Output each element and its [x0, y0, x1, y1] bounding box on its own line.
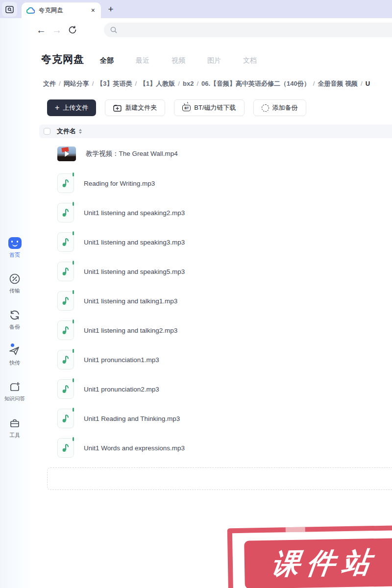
breadcrumb-separator: /	[178, 80, 180, 87]
folder-plus-icon	[113, 104, 122, 112]
audio-file-icon	[57, 320, 74, 340]
tab-all[interactable]: 全部	[100, 56, 114, 65]
audio-file-icon	[57, 232, 74, 252]
breadcrumb-separator: /	[313, 80, 315, 87]
address-search-bar[interactable]	[104, 23, 392, 37]
sidebar-item-label: 工具	[9, 432, 20, 439]
workspace-search-button[interactable]	[2, 2, 17, 17]
tab-close-icon[interactable]: ×	[90, 6, 96, 15]
file-row[interactable]: Unit1 pronunciation2.mp3	[29, 374, 392, 404]
tab-title: 夸克网盘	[39, 6, 86, 15]
file-name: Reading for Writing.mp3	[84, 180, 155, 187]
play-icon	[65, 151, 69, 157]
main-content: 夸克网盘 全部 最近 视频 图片 文档 文件/网站分享/【3】英语类/【1】人教…	[29, 42, 392, 588]
breadcrumb-item[interactable]: 全册音频 视频	[318, 80, 358, 87]
tab-images[interactable]: 图片	[207, 56, 221, 65]
browser-navbar: ← →	[29, 18, 392, 42]
toolbox-icon	[9, 417, 21, 430]
backup-circle-icon	[262, 104, 269, 112]
sidebar-item-label: 传输	[9, 287, 20, 294]
filename-column-header[interactable]: 文件名	[57, 127, 76, 136]
file-row[interactable]: Unit1 Words and expressions.mp3	[29, 433, 392, 463]
file-list: 教学视频：The Great Wall.mp4 Reading for Writ…	[29, 139, 392, 463]
select-all-checkbox[interactable]	[44, 128, 50, 135]
tab-docs[interactable]: 文档	[243, 56, 257, 65]
file-name: Unit1 Words and expressions.mp3	[84, 444, 185, 452]
file-name: Unit1 listening and speaking2.mp3	[84, 209, 185, 217]
paper-plane-icon	[8, 344, 21, 357]
sidebar-item-backup[interactable]: 备份	[0, 309, 29, 331]
breadcrumb-item[interactable]: 06.【音频】高中英语必修二（140份）	[201, 80, 310, 87]
file-name: Unit1 pronunciation1.mp3	[84, 356, 159, 364]
upload-file-label: 上传文件	[63, 103, 88, 112]
breadcrumb-item[interactable]: 【3】英语类	[97, 80, 132, 87]
window-search-icon	[5, 6, 14, 13]
sidebar-item-label: 首页	[9, 251, 20, 259]
sidebar-item-tools[interactable]: 工具	[0, 417, 29, 439]
breadcrumb-item[interactable]: bx2	[183, 80, 194, 87]
knowledge-qa-icon	[9, 381, 21, 393]
new-folder-label: 新建文件夹	[125, 103, 157, 112]
upload-file-button[interactable]: + 上传文件	[47, 99, 96, 116]
quark-cloud-favicon	[26, 7, 35, 14]
sidebar-item-transfer[interactable]: 传输	[0, 272, 29, 294]
backup-sync-icon	[9, 309, 21, 321]
breadcrumb-item[interactable]: 文件	[43, 80, 56, 87]
file-row[interactable]: Reading for Writing.mp3	[29, 169, 392, 198]
tab-recent[interactable]: 最近	[136, 56, 149, 65]
stamp-inner: 课件站	[244, 538, 392, 588]
audio-file-icon	[57, 262, 74, 281]
audio-file-icon	[57, 438, 74, 458]
add-backup-button[interactable]: 添加备份	[253, 99, 306, 116]
new-tab-button[interactable]: +	[104, 2, 118, 16]
file-list-header: 文件名	[39, 124, 392, 138]
stamp-text: 课件站	[264, 543, 380, 584]
file-name: Unit1 pronunciation2.mp3	[84, 386, 159, 393]
drop-zone[interactable]	[47, 467, 392, 490]
audio-file-icon	[57, 379, 74, 399]
file-name: Unit1 listening and talking1.mp3	[84, 297, 177, 305]
bt-download-icon: BT	[182, 105, 191, 111]
file-row[interactable]: Unit1 listening and talking2.mp3	[29, 316, 392, 345]
breadcrumb-separator: /	[59, 80, 61, 87]
file-row[interactable]: Unit1 listening and speaking5.mp3	[29, 257, 392, 286]
file-name: Unit1 Reading and Thinking.mp3	[84, 415, 180, 422]
file-row[interactable]: Unit1 Reading and Thinking.mp3	[29, 404, 392, 433]
sidebar: 首页 传输 备份 快传 知识问答	[0, 18, 29, 588]
audio-file-icon	[57, 291, 74, 311]
back-button[interactable]: ←	[33, 22, 49, 38]
file-name: Unit1 listening and talking2.mp3	[84, 327, 177, 334]
file-name: Unit1 listening and speaking3.mp3	[84, 239, 185, 246]
breadcrumb-item[interactable]: 网站分享	[64, 80, 89, 87]
sidebar-item-label: 快传	[9, 359, 20, 367]
sort-icon[interactable]	[79, 129, 82, 134]
breadcrumb-separator: /	[135, 80, 137, 87]
file-row[interactable]: Unit1 listening and talking1.mp3	[29, 286, 392, 316]
app-logo: 夸克网盘	[41, 52, 84, 66]
breadcrumb-separator: /	[92, 80, 94, 87]
toolbar: + 上传文件 新建文件夹 BT BT/磁力链下载 添加备份	[29, 99, 392, 116]
home-icon	[8, 237, 22, 249]
breadcrumb-item-current[interactable]: U	[366, 80, 370, 87]
sidebar-item-quick-send[interactable]: 快传	[0, 344, 29, 367]
breadcrumb-item[interactable]: 【1】人教版	[140, 80, 175, 87]
file-row[interactable]: Unit1 listening and speaking2.mp3	[29, 198, 392, 227]
audio-file-icon	[57, 350, 74, 369]
breadcrumb: 文件/网站分享/【3】英语类/【1】人教版/bx2/06.【音频】高中英语必修二…	[29, 79, 392, 88]
sidebar-item-home[interactable]: 首页	[0, 237, 29, 259]
bt-magnet-download-button[interactable]: BT BT/磁力链下载	[174, 99, 244, 116]
refresh-button[interactable]	[65, 22, 80, 38]
sidebar-item-knowledge-qa[interactable]: 知识问答	[0, 381, 29, 402]
bt-download-label: BT/磁力链下载	[194, 103, 236, 112]
file-row[interactable]: Unit1 listening and speaking3.mp3	[29, 227, 392, 257]
browser-tab-quark[interactable]: 夸克网盘 ×	[22, 2, 101, 18]
breadcrumb-separator: /	[196, 80, 198, 87]
tab-videos[interactable]: 视频	[172, 56, 185, 65]
transfer-icon	[9, 272, 21, 285]
sidebar-item-label: 备份	[9, 323, 20, 331]
file-name: Unit1 listening and speaking5.mp3	[84, 268, 185, 275]
new-folder-button[interactable]: 新建文件夹	[105, 99, 165, 116]
file-row[interactable]: Unit1 pronunciation1.mp3	[29, 345, 392, 374]
forward-button[interactable]: →	[49, 22, 65, 38]
file-row[interactable]: 教学视频：The Great Wall.mp4	[29, 139, 392, 169]
